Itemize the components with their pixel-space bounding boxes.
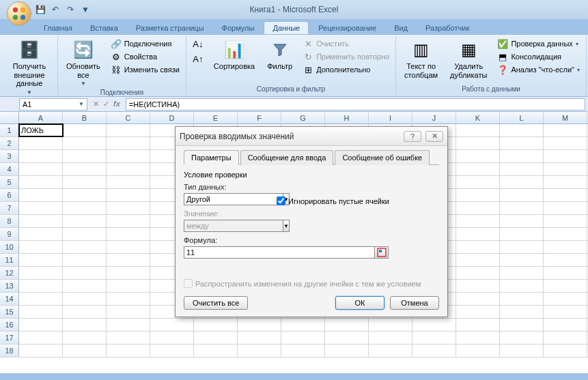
cell[interactable] — [63, 202, 107, 214]
cell[interactable] — [500, 163, 544, 175]
cell[interactable] — [150, 345, 194, 357]
select-all-corner[interactable] — [0, 112, 19, 123]
cell[interactable] — [281, 319, 325, 331]
cell[interactable] — [281, 345, 325, 357]
cell[interactable] — [544, 202, 587, 214]
qat-dropdown-icon[interactable]: ▼ — [79, 3, 92, 16]
col-header[interactable]: M — [544, 112, 587, 123]
tab-layout[interactable]: Разметка страницы — [128, 22, 212, 34]
col-header[interactable]: C — [107, 112, 150, 123]
tab-review[interactable]: Рецензирование — [310, 22, 384, 34]
row-header[interactable]: 5 — [0, 176, 19, 188]
cell[interactable] — [107, 254, 150, 266]
row-header[interactable]: 17 — [0, 332, 19, 344]
tab-data[interactable]: Данные — [264, 21, 309, 34]
col-header[interactable]: A — [19, 112, 63, 123]
cell[interactable] — [107, 332, 150, 344]
cell[interactable] — [544, 293, 587, 305]
cell[interactable] — [369, 345, 412, 357]
dialog-tab-params[interactable]: Параметры — [184, 150, 239, 165]
cell[interactable] — [369, 332, 412, 344]
advanced-button[interactable]: ⊞Дополнительно — [300, 63, 391, 76]
cell[interactable] — [500, 124, 544, 136]
cell[interactable] — [19, 241, 63, 253]
ignore-blank-checkbox[interactable]: Игнорировать пустые ячейки — [277, 196, 389, 205]
cell[interactable] — [19, 189, 63, 201]
cell[interactable] — [500, 176, 544, 188]
cell[interactable] — [456, 189, 500, 201]
whatif-button[interactable]: ❓Анализ "что-если"▾ — [495, 63, 582, 76]
cell[interactable] — [63, 124, 107, 136]
help-button[interactable]: ? — [404, 131, 421, 142]
cell[interactable] — [107, 280, 150, 292]
clear-filter-button[interactable]: ✕Очистить — [300, 38, 391, 50]
cell[interactable] — [19, 202, 63, 214]
tab-home[interactable]: Главная — [36, 22, 81, 34]
cell[interactable] — [456, 137, 500, 149]
cell[interactable] — [63, 293, 107, 305]
cell[interactable] — [456, 163, 500, 175]
office-button[interactable] — [7, 1, 31, 26]
cell[interactable] — [544, 137, 587, 149]
cell[interactable] — [369, 319, 412, 331]
cell[interactable] — [500, 280, 544, 292]
col-header[interactable]: H — [325, 112, 369, 123]
cell[interactable] — [238, 345, 281, 357]
cell[interactable] — [63, 319, 107, 331]
col-header[interactable]: B — [63, 112, 107, 123]
col-header[interactable]: L — [500, 112, 544, 123]
row-header[interactable]: 10 — [0, 241, 19, 253]
row-header[interactable]: 6 — [0, 189, 19, 201]
connections-button[interactable]: 🔗Подключения — [109, 38, 182, 50]
data-validation-button[interactable]: ✅Проверка данных▾ — [495, 38, 582, 50]
close-button[interactable]: ✕ — [425, 131, 443, 142]
tab-insert[interactable]: Вставка — [82, 22, 126, 34]
cell[interactable] — [150, 319, 194, 331]
cell[interactable] — [63, 189, 107, 201]
fx-icon[interactable]: fx — [113, 100, 120, 108]
cell[interactable] — [281, 332, 325, 344]
sort-desc-button[interactable]: A↑ — [191, 53, 206, 65]
cell[interactable] — [500, 215, 544, 227]
type-input[interactable] — [184, 193, 283, 205]
row-header[interactable]: 4 — [0, 163, 19, 175]
formula-field[interactable] — [184, 246, 389, 259]
cell[interactable] — [325, 345, 369, 357]
cell[interactable] — [544, 215, 587, 227]
cell[interactable] — [544, 345, 587, 357]
cell[interactable] — [500, 345, 544, 357]
cell[interactable] — [19, 163, 63, 175]
row-header[interactable]: 11 — [0, 254, 19, 266]
cell[interactable] — [325, 332, 369, 344]
cell[interactable] — [500, 293, 544, 305]
cell[interactable] — [544, 332, 587, 344]
cell[interactable] — [456, 150, 500, 162]
cell[interactable] — [63, 137, 107, 149]
cell[interactable] — [456, 241, 500, 253]
cell[interactable] — [63, 241, 107, 253]
tab-formulas[interactable]: Формулы — [214, 22, 263, 34]
cell[interactable] — [63, 332, 107, 344]
cell[interactable] — [19, 150, 63, 162]
chevron-down-icon[interactable]: ▼ — [79, 101, 84, 107]
col-header[interactable]: G — [281, 112, 325, 123]
cell[interactable] — [107, 267, 150, 279]
row-header[interactable]: 15 — [0, 306, 19, 318]
cell[interactable] — [19, 345, 63, 357]
cell[interactable] — [238, 332, 281, 344]
reapply-button[interactable]: ↻Применить повторно — [300, 50, 391, 63]
name-box[interactable]: A1 ▼ — [19, 98, 87, 111]
cell[interactable] — [500, 319, 544, 331]
save-icon[interactable]: 💾 — [34, 3, 46, 16]
cell[interactable] — [412, 319, 456, 331]
row-header[interactable]: 18 — [0, 345, 19, 357]
cell[interactable] — [544, 280, 587, 292]
ignore-blank-input[interactable] — [277, 196, 285, 205]
undo-icon[interactable]: ↶ — [49, 3, 61, 16]
cell[interactable] — [500, 267, 544, 279]
row-header[interactable]: 13 — [0, 280, 19, 292]
cell[interactable] — [19, 306, 63, 318]
cell[interactable] — [63, 163, 107, 175]
cell[interactable] — [500, 306, 544, 318]
cell[interactable] — [63, 267, 107, 279]
